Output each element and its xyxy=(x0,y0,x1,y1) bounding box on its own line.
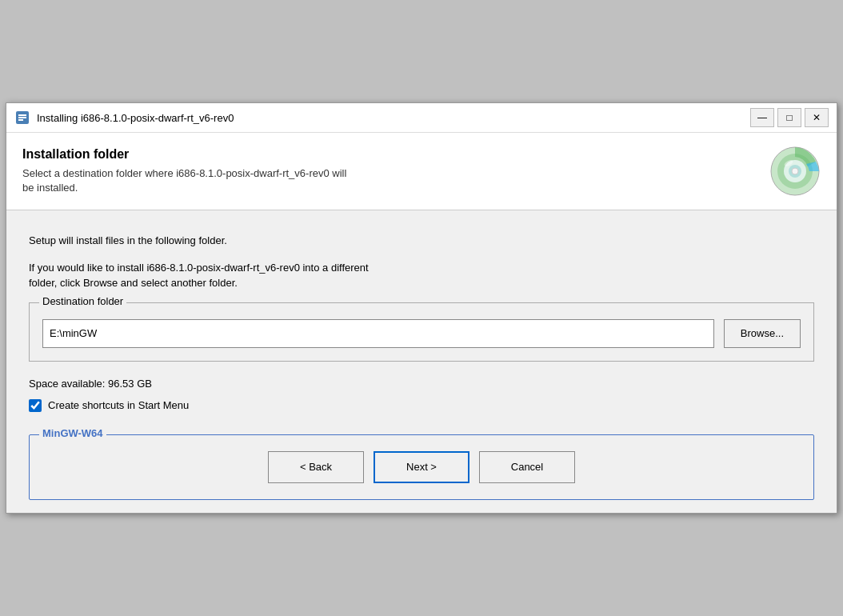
cancel-button[interactable]: Cancel xyxy=(479,451,575,483)
shortcuts-checkbox-row: Create shortcuts in Start Menu xyxy=(29,399,814,412)
app-icon xyxy=(14,110,30,126)
minimize-button[interactable]: — xyxy=(750,108,774,127)
header-subtitle: Select a destination folder where i686-8… xyxy=(22,166,757,195)
window-controls: — □ ✕ xyxy=(750,108,829,127)
folder-row: Browse... xyxy=(42,319,801,348)
svg-rect-1 xyxy=(18,117,26,118)
svg-rect-2 xyxy=(18,114,26,116)
close-button[interactable]: ✕ xyxy=(805,108,829,127)
header-section: Installation folder Select a destination… xyxy=(6,133,837,210)
destination-folder-legend: Destination folder xyxy=(39,295,126,307)
svg-point-8 xyxy=(792,168,798,174)
back-button[interactable]: < Back xyxy=(268,451,364,483)
description-1: Setup will install files in the followin… xyxy=(29,233,814,249)
title-bar: Installing i686-8.1.0-posix-dwarf-rt_v6-… xyxy=(6,103,837,133)
footer-buttons: < Back Next > Cancel xyxy=(46,448,797,483)
header-text: Installation folder Select a destination… xyxy=(22,147,757,195)
main-content: Setup will install files in the followin… xyxy=(6,210,837,513)
cd-icon xyxy=(769,146,821,197)
footer-fieldset: MinGW-W64 < Back Next > Cancel xyxy=(29,434,814,500)
footer-legend: MinGW-W64 xyxy=(39,427,106,439)
folder-path-input[interactable] xyxy=(42,319,714,348)
svg-rect-3 xyxy=(18,119,23,121)
window-title: Installing i686-8.1.0-posix-dwarf-rt_v6-… xyxy=(37,112,744,124)
browse-button[interactable]: Browse... xyxy=(724,319,801,348)
description-2: If you would like to install i686-8.1.0-… xyxy=(29,260,814,291)
destination-folder-group: Destination folder Browse... xyxy=(29,302,814,362)
installer-window: Installing i686-8.1.0-posix-dwarf-rt_v6-… xyxy=(6,102,837,514)
maximize-button[interactable]: □ xyxy=(777,108,801,127)
next-button[interactable]: Next > xyxy=(374,451,469,483)
space-available-text: Space available: 96.53 GB xyxy=(29,378,814,390)
header-title: Installation folder xyxy=(22,147,757,162)
shortcuts-checkbox-label: Create shortcuts in Start Menu xyxy=(48,399,189,411)
shortcuts-checkbox[interactable] xyxy=(29,399,42,412)
